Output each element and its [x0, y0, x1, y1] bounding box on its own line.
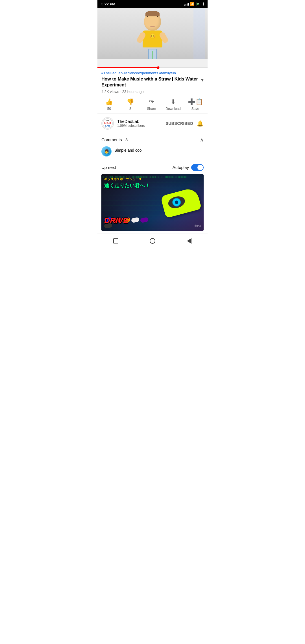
save-label: Save [191, 107, 199, 111]
thumbs-down-icon: 👎 [127, 98, 134, 106]
download-icon: ⬇ [171, 98, 176, 106]
like-button[interactable]: 👍 50 [102, 98, 116, 111]
comments-title-row: Comments 3 [101, 137, 128, 142]
back-button[interactable] [185, 237, 193, 245]
comments-header: Comments 3 ∧ [101, 137, 204, 143]
channel-row: THE DAD LAB TheDadLab 1.09M subscribers … [97, 114, 208, 133]
next-video-drive-text: DRIVE [104, 216, 128, 225]
comment-row: 👧 Simple and cool [101, 146, 204, 156]
dislike-count: 8 [129, 107, 131, 111]
save-button[interactable]: ➕📋 Save [188, 98, 203, 111]
share-icon: ↷ [149, 98, 154, 106]
home-button[interactable] [149, 237, 156, 245]
video-hashtags[interactable]: #TheDadLab #scienceexperiments #familyfu… [101, 71, 204, 75]
video-player[interactable]: 😊 [97, 8, 208, 67]
progress-dot [157, 66, 159, 69]
comments-section: Comments 3 ∧ 👧 Simple and cool [97, 133, 208, 160]
stop-button[interactable] [112, 237, 120, 245]
action-buttons-row: 👍 50 👎 8 ↷ Share ⬇ Download ➕📋 Save [97, 95, 208, 114]
save-icon: ➕📋 [188, 98, 203, 106]
comments-count: 3 [125, 137, 128, 142]
time: 5:22 PM [101, 2, 115, 6]
video-progress-bar[interactable] [97, 67, 208, 68]
avatar: 👧 [101, 146, 112, 156]
channel-logo[interactable]: THE DAD LAB [101, 117, 114, 130]
download-label: Download [165, 107, 180, 111]
home-icon [150, 238, 155, 244]
wifi-icon: 📶 [190, 2, 194, 6]
bell-icon[interactable]: 🔔 [197, 120, 204, 127]
battery-icon: 28 [196, 2, 204, 6]
back-icon [187, 238, 191, 244]
signal-icon [184, 2, 189, 6]
next-video-thumbnail[interactable]: 0101001110001010101100010101011010110101… [101, 174, 204, 231]
up-next-header: Up next Autoplay [101, 164, 204, 171]
video-title: How to Make Music with a Straw | Kids Wa… [101, 76, 199, 88]
comment-text: Simple and cool [114, 146, 143, 153]
thumbs-up-icon: 👍 [105, 98, 113, 106]
sort-icon[interactable]: ∧ [200, 137, 204, 143]
next-video-subtitle-jp: キッズ用スポーツシューズ [104, 177, 141, 181]
up-next-section: Up next Autoplay 01010011100010101011000… [97, 160, 208, 234]
subscribed-button[interactable]: SUBSCRIBED [165, 121, 193, 126]
video-meta: 4.2K views · 23 hours ago [101, 90, 204, 94]
stop-icon [113, 238, 118, 243]
channel-name[interactable]: TheDadLab [117, 119, 165, 124]
download-button[interactable]: ⬇ Download [165, 98, 180, 111]
video-info: #TheDadLab #scienceexperiments #familyfu… [97, 68, 208, 95]
status-bar: 5:22 PM 📶 28 [97, 0, 208, 8]
share-label: Share [147, 107, 156, 111]
share-button[interactable]: ↷ Share [144, 98, 158, 111]
like-count: 50 [107, 107, 111, 111]
dislike-button[interactable]: 👎 8 [123, 98, 137, 111]
progress-fill [97, 67, 158, 68]
next-video-title-jp: 速く走りたい君へ！ [104, 182, 150, 189]
comments-title: Comments [101, 137, 122, 142]
autoplay-toggle[interactable] [191, 164, 204, 171]
nav-bar [97, 234, 208, 248]
channel-info: TheDadLab 1.09M subscribers [117, 119, 165, 128]
autoplay-label: Autoplay [173, 165, 189, 170]
channel-subscribers: 1.09M subscribers [117, 124, 165, 128]
toggle-knob [197, 165, 203, 170]
status-icons: 📶 28 [184, 2, 204, 6]
chevron-down-icon[interactable]: ▾ [201, 77, 204, 83]
up-next-label: Up next [101, 165, 116, 170]
autoplay-row: Autoplay [173, 164, 204, 171]
